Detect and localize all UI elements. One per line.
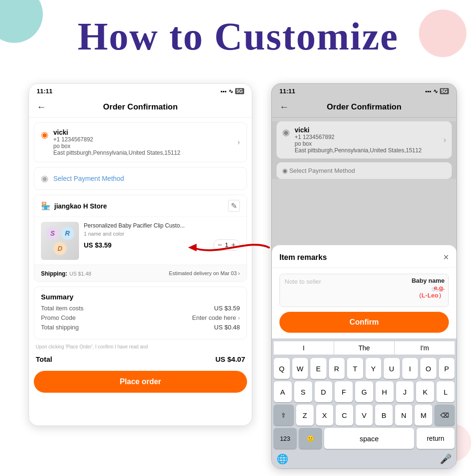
- key-x[interactable]: X: [316, 405, 334, 426]
- key-k[interactable]: K: [416, 381, 434, 402]
- place-order-button[interactable]: Place order: [34, 371, 247, 393]
- summary-item-costs-label: Total item costs: [41, 305, 84, 312]
- right-payment-icon: ◉: [282, 167, 289, 174]
- right-address-name: vicki: [295, 126, 439, 134]
- key-d[interactable]: D: [315, 381, 333, 402]
- key-return[interactable]: return: [416, 428, 455, 449]
- key-delete[interactable]: ⌫: [435, 405, 455, 426]
- summary-item-costs-value: US $3.59: [214, 305, 240, 312]
- right-signal-icon: ▪▪▪: [425, 88, 431, 95]
- key-j[interactable]: J: [396, 381, 414, 402]
- key-shift[interactable]: ⇧: [274, 405, 294, 426]
- right-status-icons: ▪▪▪ ∿ 5G: [425, 88, 449, 95]
- key-space[interactable]: space: [324, 428, 414, 449]
- svg-marker-0: [188, 244, 197, 251]
- right-battery-icon: 5G: [440, 88, 449, 94]
- suggest-the[interactable]: The: [334, 341, 395, 355]
- arrow-annotation: [178, 233, 274, 264]
- modal-close-button[interactable]: ×: [443, 252, 449, 263]
- keyboard: I The I'm Q W E R T Y U I O P A S D: [272, 338, 456, 468]
- left-back-arrow[interactable]: ←: [37, 101, 46, 112]
- note-hint-label: Baby name: [412, 277, 445, 284]
- keyboard-row-2: A S D F G H J K L: [274, 381, 455, 402]
- right-nav-bar: ← Order Confirmation: [272, 99, 456, 118]
- key-f[interactable]: F: [335, 381, 353, 402]
- keyboard-row-1: Q W E R T Y U I O P: [274, 358, 455, 379]
- payment-icon: ◉: [41, 173, 49, 184]
- key-i[interactable]: I: [402, 358, 418, 379]
- key-g[interactable]: G: [355, 381, 373, 402]
- address-name: vicki: [53, 129, 233, 136]
- summary-shipping-value: US $0.48: [214, 324, 240, 331]
- product-title: Personalized Baby Pacifier Clip Custo...: [84, 222, 240, 230]
- right-gray-section: ◉ vicki +1 1234567892 po box East pittsb…: [272, 121, 456, 179]
- suggest-i[interactable]: I: [274, 341, 334, 355]
- key-m[interactable]: M: [415, 405, 432, 426]
- key-b[interactable]: B: [375, 405, 393, 426]
- modal-header: Item remarks ×: [272, 245, 456, 268]
- shipping-row: Shipping: US $1.48 Estimated delivery on…: [34, 265, 247, 281]
- left-status-icons: ▪▪▪ ∿ 5G: [220, 88, 244, 95]
- key-emoji[interactable]: 🙂: [299, 428, 322, 449]
- shipping-label: Shipping:: [41, 270, 67, 277]
- key-y[interactable]: Y: [366, 358, 382, 379]
- summary-promo-row[interactable]: Promo Code Enter code here ›: [41, 314, 240, 321]
- page-title: How to Customize: [0, 14, 476, 59]
- left-time: 11:11: [37, 88, 52, 95]
- globe-icon[interactable]: 🌐: [277, 453, 288, 465]
- key-s[interactable]: S: [294, 381, 312, 402]
- address-line: po box: [53, 143, 233, 149]
- mic-icon[interactable]: 🎤: [440, 453, 452, 465]
- key-a[interactable]: A: [274, 381, 292, 402]
- summary-promo-link[interactable]: Enter code here ›: [192, 314, 240, 321]
- address-city: East pittsburgh,Pennsylvania,United Stat…: [53, 149, 233, 156]
- right-address-card: ◉ vicki +1 1234567892 po box East pittsb…: [277, 121, 452, 159]
- note-icon[interactable]: ✎: [228, 200, 240, 212]
- right-location-icon: ◉: [282, 127, 290, 138]
- right-back-arrow[interactable]: ←: [279, 101, 289, 112]
- key-v[interactable]: V: [356, 405, 373, 426]
- key-r[interactable]: R: [329, 358, 345, 379]
- key-n[interactable]: N: [395, 405, 413, 426]
- key-w[interactable]: W: [292, 358, 308, 379]
- right-address-line: po box: [295, 140, 439, 147]
- suggest-im[interactable]: I'm: [395, 341, 455, 355]
- key-123[interactable]: 123: [274, 428, 297, 449]
- note-hint-box: Baby name e.g. （L-Leo）: [412, 277, 445, 300]
- left-nav-bar: ← Order Confirmation: [29, 99, 252, 118]
- payment-label: Select Payment Method: [53, 175, 124, 182]
- key-u[interactable]: U: [384, 358, 400, 379]
- shipping-cost: US $1.48: [69, 271, 91, 277]
- left-payment-row[interactable]: ◉ Select Payment Method: [34, 167, 247, 190]
- delivery-date: Estimated delivery on Mar 03 ›: [169, 270, 240, 276]
- right-address-chevron-icon[interactable]: ›: [444, 136, 446, 144]
- modal-body: Note to seller Baby name e.g. （L-Leo） 0/…: [272, 268, 456, 338]
- note-hint-example: （L-Leo）: [412, 291, 445, 300]
- key-e[interactable]: E: [310, 358, 327, 379]
- total-row: Total US $4.07: [29, 351, 252, 367]
- key-l[interactable]: L: [436, 381, 455, 402]
- note-hint-eg: e.g.: [412, 284, 445, 291]
- product-image: S R D: [41, 222, 79, 260]
- key-h[interactable]: H: [376, 381, 394, 402]
- product-price: US $3.59: [84, 241, 111, 249]
- confirm-button[interactable]: Confirm: [279, 312, 449, 333]
- summary-promo-label: Promo Code: [41, 314, 76, 321]
- key-q[interactable]: Q: [274, 358, 290, 379]
- right-address-city: East pittsburgh,Pennsylvania,United Stat…: [295, 147, 439, 154]
- key-o[interactable]: O: [420, 358, 436, 379]
- summary-section: Summary Total item costs US $3.59 Promo …: [34, 287, 247, 339]
- summary-shipping-label: Total shipping: [41, 324, 79, 331]
- note-area-wrapper[interactable]: Note to seller Baby name e.g. （L-Leo） 0/…: [279, 274, 449, 307]
- right-payment-row[interactable]: ◉ Select Payment Method: [277, 162, 452, 179]
- signal-icon: ▪▪▪: [220, 88, 227, 95]
- right-time: 11:11: [279, 88, 295, 95]
- keyboard-row-bottom: 123 🙂 space return: [274, 428, 455, 449]
- address-chevron-icon[interactable]: ›: [238, 138, 240, 147]
- key-c[interactable]: C: [336, 405, 353, 426]
- total-label: Total: [36, 355, 52, 363]
- key-z[interactable]: Z: [296, 405, 314, 426]
- keyboard-extra-row: 🌐 🎤: [274, 451, 455, 465]
- key-t[interactable]: T: [347, 358, 363, 379]
- key-p[interactable]: P: [439, 358, 455, 379]
